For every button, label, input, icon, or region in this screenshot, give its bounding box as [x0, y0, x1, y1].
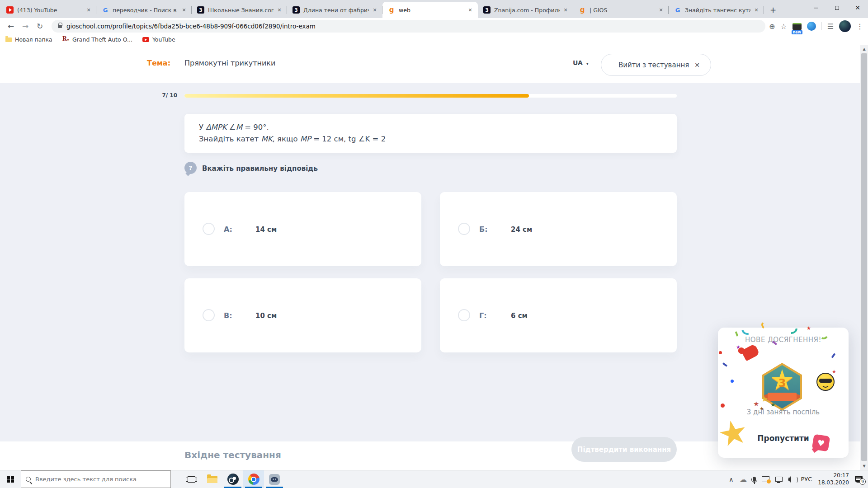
windows-logo-icon [7, 476, 14, 483]
steam-icon [227, 474, 239, 485]
tab-close-icon[interactable]: ✕ [180, 6, 188, 14]
onedrive-cloud-icon[interactable]: ☁ [739, 475, 747, 484]
radio-button[interactable] [203, 223, 215, 235]
lock-icon [58, 25, 62, 28]
tab-znanija-2[interactable]: Длина тени от фабричной ✕ [287, 2, 382, 18]
address-bar[interactable]: gioschool.com/profile/topics/6fbda25b-bc… [52, 20, 765, 33]
topic-title: Прямокутні трикутники [184, 59, 275, 67]
tab-web-active[interactable]: web ✕ [382, 2, 478, 18]
option-v-card[interactable]: В: 10 см [184, 278, 421, 352]
confetti-streamer [783, 320, 800, 337]
confetti-piece [721, 404, 725, 408]
task-view-button[interactable] [181, 470, 202, 488]
star-icon: ★ [715, 413, 751, 452]
tab-translator[interactable]: переводчик - Поиск в Goo ✕ [96, 2, 192, 18]
speaker-icon[interactable] [788, 478, 791, 481]
rockstar-icon: R* [62, 36, 69, 43]
task-view-icon [188, 476, 195, 483]
window-restore-button[interactable] [826, 0, 847, 15]
tab-close-icon[interactable]: ✕ [371, 6, 379, 14]
tab-znanija-profile[interactable]: Znanija.com - Профиль по ✕ [478, 2, 573, 18]
option-a-card[interactable]: А: 14 см [184, 192, 421, 266]
steam-button[interactable] [222, 470, 243, 488]
page-scrollbar[interactable]: ▲ ▼ [860, 45, 868, 470]
scroll-down-icon[interactable]: ▼ [860, 462, 868, 470]
tab-close-icon[interactable]: ✕ [275, 6, 283, 14]
confetti-streamer [739, 321, 755, 337]
tab-title: Знайдіть тангенс кута α.До [685, 7, 750, 14]
tab-close-icon[interactable]: ✕ [752, 6, 760, 14]
notification-center-icon[interactable]: 9 [855, 476, 863, 483]
radio-button[interactable] [458, 223, 470, 235]
microphone-icon[interactable] [753, 477, 756, 482]
forward-icon[interactable]: → [19, 20, 32, 33]
prompt-text: Вкажіть правильну відповідь [202, 164, 318, 173]
tab-znanija-1[interactable]: Школьные Знания.com - P ✕ [192, 2, 287, 18]
radio-button[interactable] [458, 309, 470, 321]
tema-label: Тема: [147, 59, 170, 67]
badge-number: 3 [762, 377, 802, 389]
screen-share-icon[interactable] [762, 476, 769, 482]
sunglasses-emoji [816, 373, 835, 391]
confetti-piece: ★ [832, 369, 836, 374]
gios-favicon [579, 6, 586, 14]
profile-avatar[interactable] [839, 20, 851, 32]
menu-kebab-icon[interactable]: ⋮ [856, 22, 863, 31]
confirm-button[interactable]: Підтвердити виконання [571, 437, 677, 462]
bookmark-star-icon[interactable]: ☆ [780, 22, 787, 31]
bookmark-gta[interactable]: R* Grand Theft Auto O... [62, 36, 132, 43]
scroll-up-icon[interactable]: ▲ [860, 45, 868, 53]
tab-youtube[interactable]: (413) YouTube ✕ [1, 2, 96, 18]
heart-badge-icon: ♥ [812, 434, 830, 451]
zoom-icon[interactable]: ⊕ [769, 22, 775, 31]
new-tab-button[interactable]: + [767, 4, 779, 16]
tab-title: Длина тени от фабричной [303, 7, 369, 14]
window-close-button[interactable]: ✕ [847, 0, 868, 15]
option-value: 6 см [511, 312, 528, 320]
taskbar-search[interactable] [21, 470, 171, 488]
scrollbar-thumb[interactable] [861, 53, 867, 461]
network-icon[interactable] [775, 477, 783, 482]
tab-close-icon[interactable]: ✕ [561, 6, 570, 14]
tab-title: переводчик - Поиск в Goo [113, 7, 178, 14]
chrome-button[interactable] [243, 470, 264, 488]
language-selector[interactable]: UA ▾ [573, 59, 589, 66]
confetti-piece: ★ [807, 326, 811, 331]
tab-close-icon[interactable]: ✕ [657, 6, 665, 14]
option-letter: В: [224, 311, 232, 320]
search-input[interactable] [35, 476, 166, 483]
savefrom-extension-icon[interactable]: new [793, 23, 802, 30]
bookmark-youtube[interactable]: YouTube [142, 36, 175, 43]
refresh-icon[interactable]: ↻ [33, 20, 46, 33]
bookmark-folder[interactable]: Новая папка [5, 36, 52, 43]
keyboard-language[interactable]: РУС [801, 476, 812, 483]
party-popper-icon [741, 344, 760, 361]
tray-expand-icon[interactable]: ∧ [729, 476, 733, 483]
confetti-piece [719, 351, 722, 354]
option-g-card[interactable]: Г: 6 см [440, 278, 677, 352]
progress-fill [184, 94, 529, 98]
discord-button[interactable] [264, 470, 285, 488]
clock[interactable]: 20:17 18.03.2020 [818, 472, 849, 486]
playlist-icon[interactable]: ☰ [827, 22, 834, 31]
question-line-1: У ΔMPK ∠M = 90°. [199, 122, 662, 133]
start-button[interactable] [0, 470, 21, 488]
znanija-favicon [197, 6, 204, 14]
tab-close-icon[interactable]: ✕ [466, 6, 474, 14]
search-icon [26, 477, 31, 482]
back-icon[interactable]: ← [5, 20, 17, 33]
window-minimize-button[interactable]: − [806, 0, 826, 15]
progress-bar [184, 94, 677, 98]
browser-toolbar: ← → ↻ gioschool.com/profile/topics/6fbda… [0, 18, 868, 34]
tab-google-search[interactable]: Знайдіть тангенс кута α.До ✕ [669, 2, 764, 18]
tab-title: | GIOS [590, 7, 655, 14]
extension-icon[interactable] [807, 22, 816, 31]
option-letter: А: [224, 225, 232, 234]
gios-favicon [388, 6, 395, 14]
tab-close-icon[interactable]: ✕ [85, 6, 93, 14]
tab-gios[interactable]: | GIOS ✕ [573, 2, 669, 18]
radio-button[interactable] [203, 309, 215, 321]
exit-test-button[interactable]: Вийти з тестування ✕ [601, 54, 711, 76]
option-b-card[interactable]: Б: 24 см [440, 192, 677, 266]
file-explorer-button[interactable] [202, 470, 222, 488]
